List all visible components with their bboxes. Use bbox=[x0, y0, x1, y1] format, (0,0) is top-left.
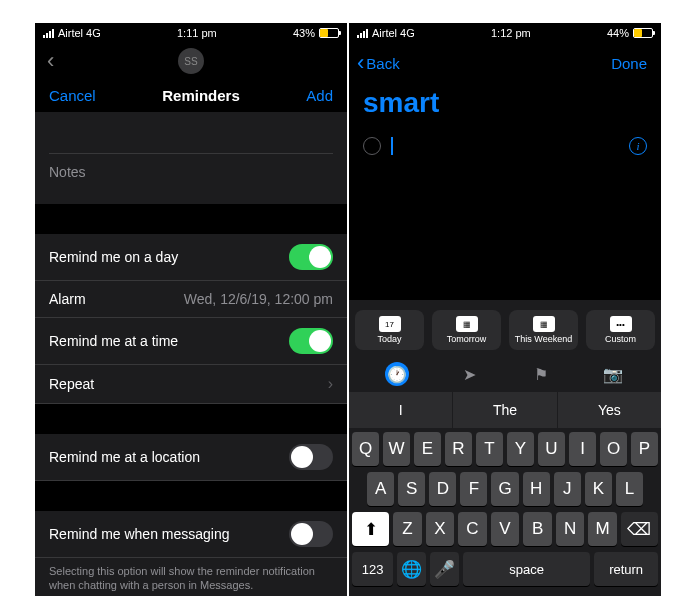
avatar[interactable]: SS bbox=[178, 48, 204, 74]
remind-location-toggle[interactable] bbox=[289, 444, 333, 470]
signal-icon bbox=[357, 29, 368, 38]
quick-custom-button[interactable]: ••• Custom bbox=[586, 310, 655, 350]
new-reminder-row[interactable]: i bbox=[349, 129, 661, 163]
title-input[interactable] bbox=[49, 122, 333, 154]
key-b[interactable]: B bbox=[523, 512, 552, 546]
status-bar: Airtel 4G 1:11 pm 43% bbox=[35, 23, 347, 43]
page-title: Reminders bbox=[162, 87, 240, 104]
numeric-key[interactable]: 123 bbox=[352, 552, 393, 586]
suggestion-3[interactable]: Yes bbox=[558, 392, 661, 428]
calendar-weekend-icon: ▦ bbox=[533, 316, 555, 332]
space-key[interactable]: space bbox=[463, 552, 590, 586]
key-g[interactable]: G bbox=[491, 472, 518, 506]
key-t[interactable]: T bbox=[476, 432, 503, 466]
messaging-hint: Selecting this option will show the remi… bbox=[35, 558, 347, 596]
info-icon[interactable]: i bbox=[629, 137, 647, 155]
carrier-label: Airtel 4G bbox=[58, 27, 101, 39]
key-r[interactable]: R bbox=[445, 432, 472, 466]
battery-icon bbox=[633, 28, 653, 38]
cancel-button[interactable]: Cancel bbox=[49, 87, 96, 104]
key-e[interactable]: E bbox=[414, 432, 441, 466]
calendar-today-icon: 17 bbox=[379, 316, 401, 332]
key-w[interactable]: W bbox=[383, 432, 410, 466]
quick-weekend-button[interactable]: ▦ This Weekend bbox=[509, 310, 578, 350]
chevron-left-icon: ‹ bbox=[357, 50, 364, 76]
reminder-list-screen: Airtel 4G 1:12 pm 44% ‹ Back Done smart … bbox=[349, 23, 661, 596]
key-d[interactable]: D bbox=[429, 472, 456, 506]
suggestion-2[interactable]: The bbox=[453, 392, 557, 428]
carrier-label: Airtel 4G bbox=[372, 27, 415, 39]
key-i[interactable]: I bbox=[569, 432, 596, 466]
key-h[interactable]: H bbox=[523, 472, 550, 506]
keyboard-accessory: 17 Today ▦ Tomorrow ▦ This Weekend ••• C… bbox=[349, 300, 661, 596]
key-s[interactable]: S bbox=[398, 472, 425, 506]
key-row-2: A S D F G H J K L bbox=[352, 472, 658, 506]
key-y[interactable]: Y bbox=[507, 432, 534, 466]
key-n[interactable]: N bbox=[556, 512, 585, 546]
ellipsis-icon: ••• bbox=[610, 316, 632, 332]
key-z[interactable]: Z bbox=[393, 512, 422, 546]
toolbar: Cancel Reminders Add bbox=[35, 79, 347, 112]
nav-header: ‹ SS bbox=[35, 43, 347, 79]
camera-icon[interactable]: 📷 bbox=[601, 362, 625, 386]
remind-on-day-row[interactable]: Remind me on a day bbox=[35, 234, 347, 281]
remind-location-row[interactable]: Remind me at a location bbox=[35, 434, 347, 481]
key-row-1: Q W E R T Y U I O P bbox=[352, 432, 658, 466]
key-f[interactable]: F bbox=[460, 472, 487, 506]
status-bar: Airtel 4G 1:12 pm 44% bbox=[349, 23, 661, 43]
key-o[interactable]: O bbox=[600, 432, 627, 466]
remind-time-toggle[interactable] bbox=[289, 328, 333, 354]
battery-icon bbox=[319, 28, 339, 38]
nav-header: ‹ Back Done bbox=[349, 43, 661, 83]
return-key[interactable]: return bbox=[594, 552, 658, 586]
back-chevron-icon[interactable]: ‹ bbox=[47, 48, 54, 74]
quick-today-button[interactable]: 17 Today bbox=[355, 310, 424, 350]
key-q[interactable]: Q bbox=[352, 432, 379, 466]
key-u[interactable]: U bbox=[538, 432, 565, 466]
key-c[interactable]: C bbox=[458, 512, 487, 546]
mic-key[interactable]: 🎤 bbox=[430, 552, 459, 586]
key-a[interactable]: A bbox=[367, 472, 394, 506]
key-v[interactable]: V bbox=[491, 512, 520, 546]
clock: 1:11 pm bbox=[177, 27, 217, 39]
flag-icon[interactable]: ⚑ bbox=[529, 362, 553, 386]
remind-messaging-toggle[interactable] bbox=[289, 521, 333, 547]
globe-key[interactable]: 🌐 bbox=[397, 552, 426, 586]
done-button[interactable]: Done bbox=[611, 55, 647, 72]
key-x[interactable]: X bbox=[426, 512, 455, 546]
text-cursor bbox=[391, 137, 393, 155]
remind-messaging-row[interactable]: Remind me when messaging bbox=[35, 511, 347, 558]
list-title: smart bbox=[349, 83, 661, 129]
battery-percent: 43% bbox=[293, 27, 315, 39]
location-icon[interactable]: ➤ bbox=[457, 362, 481, 386]
calendar-tomorrow-icon: ▦ bbox=[456, 316, 478, 332]
add-button[interactable]: Add bbox=[306, 87, 333, 104]
suggestion-1[interactable]: I bbox=[349, 392, 453, 428]
quick-tomorrow-button[interactable]: ▦ Tomorrow bbox=[432, 310, 501, 350]
key-k[interactable]: K bbox=[585, 472, 612, 506]
suggestion-bar: I The Yes bbox=[349, 392, 661, 428]
alarm-row[interactable]: Alarm Wed, 12/6/19, 12:00 pm bbox=[35, 281, 347, 318]
signal-icon bbox=[43, 29, 54, 38]
remind-day-toggle[interactable] bbox=[289, 244, 333, 270]
key-row-3: ⬆ Z X C V B N M ⌫ bbox=[352, 512, 658, 546]
key-p[interactable]: P bbox=[631, 432, 658, 466]
repeat-row[interactable]: Repeat › bbox=[35, 365, 347, 404]
notes-input[interactable]: Notes bbox=[49, 154, 333, 194]
time-icon[interactable]: 🕐 bbox=[385, 362, 409, 386]
shift-key[interactable]: ⬆ bbox=[352, 512, 389, 546]
backspace-key[interactable]: ⌫ bbox=[621, 512, 658, 546]
keyboard: Q W E R T Y U I O P A S D F G H J K L bbox=[349, 428, 661, 596]
clock: 1:12 pm bbox=[491, 27, 531, 39]
reminder-edit-screen: Airtel 4G 1:11 pm 43% ‹ SS Cancel Remind… bbox=[35, 23, 347, 596]
key-m[interactable]: M bbox=[588, 512, 617, 546]
key-row-4: 123 🌐 🎤 space return bbox=[352, 552, 658, 586]
remind-at-time-row[interactable]: Remind me at a time bbox=[35, 318, 347, 365]
back-button[interactable]: ‹ Back bbox=[357, 50, 400, 76]
key-j[interactable]: J bbox=[554, 472, 581, 506]
battery-percent: 44% bbox=[607, 27, 629, 39]
chevron-right-icon: › bbox=[328, 375, 333, 393]
key-l[interactable]: L bbox=[616, 472, 643, 506]
completion-circle-icon[interactable] bbox=[363, 137, 381, 155]
